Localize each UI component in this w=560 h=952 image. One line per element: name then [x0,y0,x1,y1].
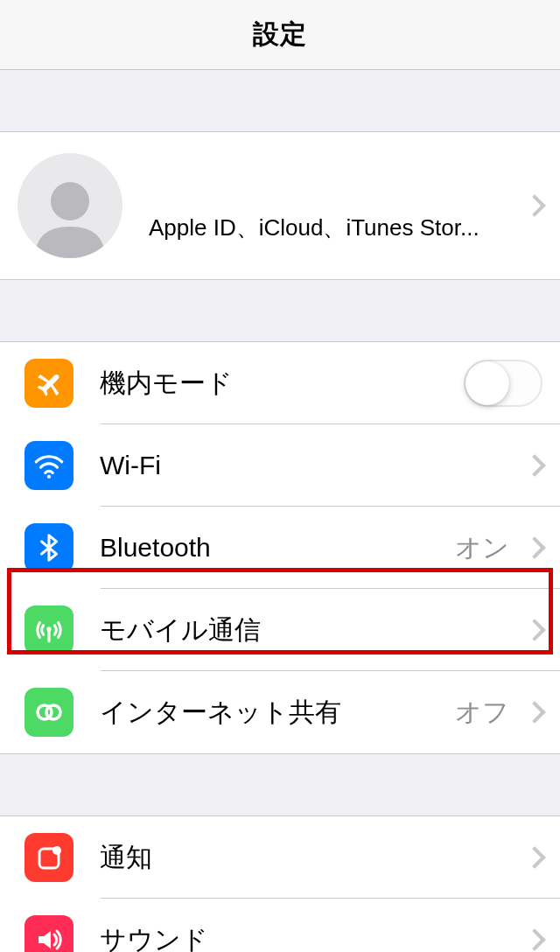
connectivity-section: 機内モード Wi-Fi Bluetooth オン [0,341,560,754]
chevron-right-icon [523,701,545,723]
chevron-right-icon [523,619,545,640]
bluetooth-row[interactable]: Bluetooth オン [0,507,560,589]
notifications-row[interactable]: 通知 [0,816,560,899]
wifi-icon [24,441,74,490]
svg-point-5 [46,705,60,719]
hotspot-row[interactable]: インターネット共有 オフ [0,671,560,753]
chevron-right-icon [523,194,545,216]
section-gap [0,70,560,131]
wifi-row[interactable]: Wi-Fi [0,424,560,507]
svg-point-7 [52,846,61,855]
notifications-label: 通知 [100,840,518,876]
hotspot-value: オフ [455,695,509,731]
bluetooth-icon [24,523,74,572]
header: 設定 [0,0,560,70]
bluetooth-label: Bluetooth [100,533,455,563]
airplane-icon [24,359,74,408]
chevron-right-icon [523,846,545,868]
apple-id-row[interactable]: Apple ID、iCloud、iTunes Stor... [0,132,560,279]
svg-point-0 [51,182,89,220]
airplane-mode-label: 機内モード [100,366,464,402]
svg-point-1 [47,475,51,479]
apple-id-subtitle: Apple ID、iCloud、iTunes Stor... [149,213,518,243]
section-gap [0,754,560,816]
bluetooth-value: オン [455,530,509,566]
notifications-icon [24,833,74,882]
avatar [18,153,122,258]
switch-knob [466,361,509,405]
person-icon [26,171,114,258]
wifi-label: Wi-Fi [100,451,518,480]
sound-row[interactable]: サウンド [0,899,560,952]
page-title: 設定 [253,17,307,52]
sound-icon [24,915,74,952]
airplane-mode-switch[interactable] [464,360,542,407]
chevron-right-icon [523,454,545,476]
cellular-icon [24,606,74,654]
cellular-label: モバイル通信 [100,612,518,648]
cellular-row[interactable]: モバイル通信 [0,589,560,671]
chevron-right-icon [523,536,545,558]
notifications-section: 通知 サウンド [0,816,560,952]
chevron-right-icon [523,928,545,950]
hotspot-label: インターネット共有 [100,695,455,731]
hotspot-icon [24,688,74,737]
sound-label: サウンド [100,922,518,953]
section-gap [0,280,560,341]
airplane-mode-row[interactable]: 機内モード [0,342,560,424]
apple-id-section: Apple ID、iCloud、iTunes Stor... [0,131,560,280]
